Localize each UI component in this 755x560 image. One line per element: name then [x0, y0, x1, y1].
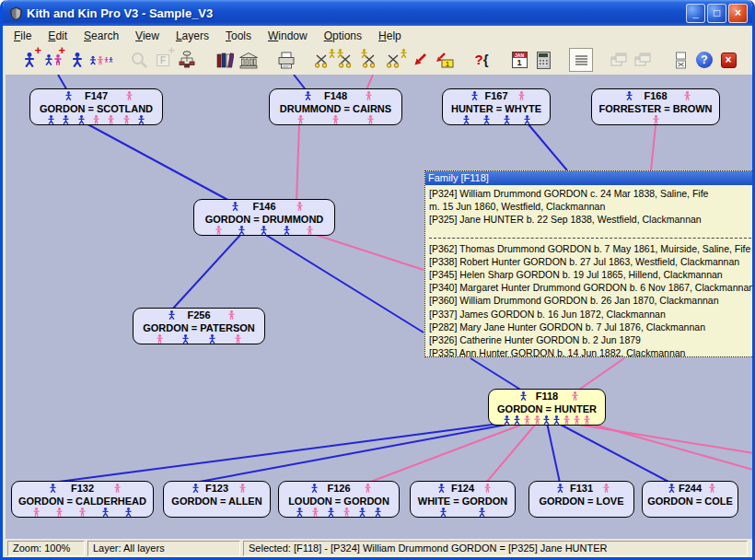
child-icon[interactable]: [208, 334, 216, 344]
options-icon[interactable]: [668, 48, 692, 72]
sources-icon[interactable]: [213, 48, 237, 72]
unlink-person-icon[interactable]: [312, 48, 336, 72]
mother-icon[interactable]: [483, 484, 492, 493]
tree-chart-icon[interactable]: [175, 48, 199, 72]
child-icon[interactable]: [523, 115, 531, 124]
child-icon[interactable]: [439, 508, 447, 517]
menu-item-window[interactable]: Window: [260, 28, 316, 44]
menu-item-options[interactable]: Options: [316, 28, 370, 44]
family-box-f118[interactable]: F118GORDON = HUNTER: [488, 389, 606, 426]
calendar-icon[interactable]: JAN1: [507, 48, 531, 72]
family-box-f147[interactable]: F147GORDON = SCOTLAND: [29, 88, 163, 125]
mother-icon[interactable]: [708, 484, 716, 493]
child-icon[interactable]: [482, 115, 491, 124]
tile-windows-icon[interactable]: [631, 48, 655, 72]
child-icon[interactable]: [573, 415, 581, 425]
title-bar[interactable]: Kith and Kin Pro V3 - Sample_V3 _□×: [3, 0, 752, 26]
family-box-f148[interactable]: F148DRUMMOND = CAIRNS: [269, 88, 402, 125]
child-icon[interactable]: [533, 415, 541, 425]
family-box-f146[interactable]: F146GORDON = DRUMMOND: [193, 199, 335, 236]
menu-item-file[interactable]: File: [6, 28, 40, 44]
child-icon[interactable]: [358, 508, 366, 517]
family-box-f131[interactable]: F131GORDON = LOVE: [528, 481, 634, 518]
mother-icon[interactable]: [113, 484, 122, 493]
child-icon[interactable]: [462, 115, 470, 124]
child-icon[interactable]: [523, 415, 531, 425]
child-icon[interactable]: [77, 115, 86, 124]
child-icon[interactable]: [503, 115, 511, 124]
child-icon[interactable]: [101, 508, 110, 517]
child-icon[interactable]: [137, 115, 145, 124]
mother-icon[interactable]: [571, 391, 579, 401]
family-box-f124[interactable]: F124WHITE = GORDON: [410, 481, 516, 518]
goto-bookmark-icon[interactable]: 1: [432, 48, 456, 72]
child-icon[interactable]: [503, 415, 511, 425]
family-box-f244[interactable]: F244GORDON = COLE: [642, 481, 738, 518]
exit-icon[interactable]: ×: [716, 48, 740, 72]
child-icon[interactable]: [260, 226, 268, 235]
person-details-icon[interactable]: [65, 48, 89, 72]
mother-icon[interactable]: [602, 484, 610, 493]
mother-icon[interactable]: [517, 91, 526, 100]
child-icon[interactable]: [306, 226, 314, 235]
chart-canvas[interactable]: Family [F118] [P324] William Drummond GO…: [6, 75, 755, 539]
calculator-icon[interactable]: [531, 48, 555, 72]
mother-icon[interactable]: [227, 310, 236, 320]
add-family-icon[interactable]: +: [41, 48, 65, 72]
child-icon[interactable]: [78, 508, 87, 517]
cascade-windows-icon[interactable]: [607, 48, 631, 72]
menu-item-help[interactable]: Help: [370, 28, 410, 44]
menu-item-layers[interactable]: Layers: [168, 28, 217, 44]
text-view-icon[interactable]: [569, 48, 593, 72]
find-family-icon[interactable]: F+: [151, 48, 175, 72]
menu-item-tools[interactable]: Tools: [217, 28, 260, 44]
menu-item-edit[interactable]: Edit: [40, 28, 76, 44]
child-icon[interactable]: [327, 508, 335, 517]
family-box-f126[interactable]: F126LOUDON = GORDON: [278, 481, 400, 518]
child-icon[interactable]: [156, 334, 164, 344]
child-icon[interactable]: [55, 508, 64, 517]
family-box-f168[interactable]: F168FORRESTER = BROWN: [591, 88, 720, 125]
child-icon[interactable]: [92, 115, 100, 124]
child-icon[interactable]: [234, 334, 242, 344]
unlink-spouse-icon[interactable]: [336, 48, 360, 72]
child-icon[interactable]: [296, 115, 305, 124]
child-icon[interactable]: [563, 415, 571, 425]
family-box-f132[interactable]: F132GORDON = CALDERHEAD: [11, 481, 154, 518]
child-icon[interactable]: [478, 508, 486, 517]
mother-icon[interactable]: [125, 91, 134, 100]
print-icon[interactable]: [274, 48, 298, 72]
child-icon[interactable]: [62, 115, 70, 124]
child-icon[interactable]: [238, 226, 246, 235]
child-icon[interactable]: [181, 334, 190, 344]
add-person-icon[interactable]: +: [17, 48, 41, 72]
child-icon[interactable]: [296, 508, 304, 517]
minimize-button[interactable]: _: [686, 4, 705, 23]
help-icon[interactable]: ?: [692, 48, 716, 72]
mother-icon[interactable]: [683, 91, 691, 100]
child-icon[interactable]: [343, 508, 351, 517]
close-button[interactable]: ×: [728, 4, 748, 23]
child-icon[interactable]: [366, 115, 375, 124]
mother-icon[interactable]: [296, 202, 304, 211]
child-icon[interactable]: [374, 508, 382, 517]
child-icon[interactable]: [513, 415, 521, 425]
family-box-f167[interactable]: F167HUNTER = WHYTE: [442, 88, 551, 125]
child-icon[interactable]: [311, 508, 319, 517]
mother-icon[interactable]: [365, 91, 373, 100]
child-icon[interactable]: [32, 508, 41, 517]
child-icon[interactable]: [47, 115, 55, 124]
field-query-icon[interactable]: ?{: [470, 48, 494, 72]
maximize-button[interactable]: □: [707, 4, 726, 23]
child-icon[interactable]: [552, 415, 561, 425]
menu-item-view[interactable]: View: [127, 28, 168, 44]
child-icon[interactable]: [124, 508, 133, 517]
child-icon[interactable]: [652, 115, 660, 124]
child-icon[interactable]: [542, 415, 551, 425]
mother-icon[interactable]: [238, 484, 247, 493]
menu-item-search[interactable]: Search: [76, 28, 127, 44]
mother-icon[interactable]: [364, 484, 372, 493]
child-icon[interactable]: [583, 415, 591, 425]
archive-icon[interactable]: [237, 48, 261, 72]
child-icon[interactable]: [122, 115, 131, 124]
